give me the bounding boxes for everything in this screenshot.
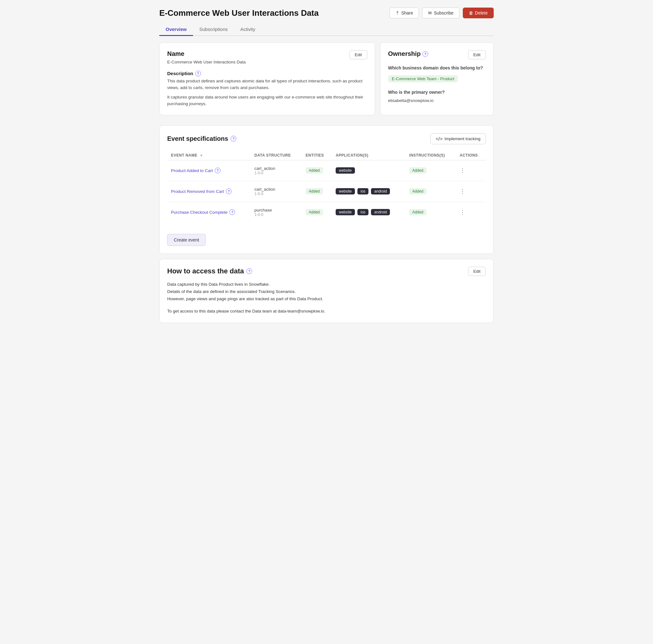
app-badge-ios: ios — [357, 209, 368, 215]
app-badge-website: website — [336, 188, 355, 194]
event-spec-help-icon[interactable]: ? — [231, 136, 236, 141]
instructions-cell: Added — [405, 181, 456, 202]
subscribe-button[interactable]: ✉ Subscribe — [422, 7, 459, 18]
event-spec-title: Event specifications ? — [167, 135, 236, 142]
page-title: E-Commerce Web User Interactions Data — [159, 8, 319, 18]
instructions-badge: Added — [409, 188, 427, 194]
tab-activity[interactable]: Activity — [234, 23, 262, 36]
col-actions: ACTIONS — [456, 151, 486, 160]
description-title: Description ? — [167, 71, 367, 76]
share-icon: ⇡ — [395, 10, 400, 16]
table-row: Product Added to Cart ? cart_action 1-0-… — [167, 160, 486, 181]
actions-cell: ⋮ — [456, 181, 486, 202]
actions-cell: ⋮ — [456, 160, 486, 181]
code-icon: </> — [436, 136, 442, 141]
event-link-added[interactable]: Product Added to Cart ? — [171, 168, 247, 173]
header-actions: ⇡ Share ✉ Subscribe 🗑 Delete — [390, 7, 494, 18]
access-title: How to access the data ? — [167, 267, 252, 275]
app-badge-website: website — [336, 167, 355, 174]
entities-badge: Added — [306, 209, 323, 215]
table-row: Purchase Checkout Complete ? purchase 1-… — [167, 202, 486, 223]
entities-cell: Added — [302, 202, 332, 223]
domain-question: Which business domain does this belong t… — [388, 64, 486, 71]
description-help-icon[interactable]: ? — [195, 71, 201, 76]
access-text1: Data captured by this Data Product lives… — [167, 281, 486, 288]
access-help-icon[interactable]: ? — [246, 268, 252, 274]
domain-tag: E-Commerce Web Team - Product — [388, 75, 458, 83]
col-event-name: EVENT NAME ▼ — [167, 151, 251, 160]
event-name-cell: Product Added to Cart ? — [167, 160, 251, 181]
event-help-icon[interactable]: ? — [226, 188, 232, 194]
instructions-cell: Added — [405, 202, 456, 223]
struct-cell: purchase 1-0-0 — [251, 202, 302, 223]
app-badge-android: android — [371, 188, 390, 194]
apps-cell: website — [332, 160, 405, 181]
owner-question: Who is the primary owner? — [388, 89, 486, 96]
page-header: E-Commerce Web User Interactions Data ⇡ … — [159, 7, 494, 18]
instructions-badge: Added — [409, 209, 427, 215]
ownership-help-icon[interactable]: ? — [422, 51, 428, 57]
apps-cell: website ios android — [332, 202, 405, 223]
actions-cell: ⋮ — [456, 202, 486, 223]
ownership-header-row: Ownership ? Edit — [388, 50, 486, 59]
instructions-cell: Added — [405, 160, 456, 181]
struct-version: 1-0-0 — [255, 212, 298, 217]
entities-badge: Added — [306, 167, 323, 174]
struct-name: cart_action — [255, 166, 298, 171]
row-actions-button[interactable]: ⋮ — [460, 209, 466, 215]
description-text2: It captures granular data around how use… — [167, 94, 367, 107]
event-name-cell: Product Removed from Cart ? — [167, 181, 251, 202]
name-description-card: Name E-Commerce Web User Interactions Da… — [159, 42, 375, 115]
event-help-icon[interactable]: ? — [215, 168, 220, 173]
apps-cell: website ios android — [332, 181, 405, 202]
access-text3: However, page views and page pings are a… — [167, 296, 486, 303]
event-link-purchase[interactable]: Purchase Checkout Complete ? — [171, 209, 247, 215]
struct-version: 1-0-0 — [255, 171, 298, 175]
tab-subscriptions[interactable]: Subscriptions — [193, 23, 234, 36]
event-spec-header: Event specifications ? </> Implement tra… — [167, 133, 486, 144]
ownership-title: Ownership ? — [388, 50, 428, 58]
name-header-row: Name E-Commerce Web User Interactions Da… — [167, 50, 367, 66]
mail-icon: ✉ — [428, 10, 432, 16]
struct-name: cart_action — [255, 187, 298, 192]
struct-name: purchase — [255, 208, 298, 212]
event-help-icon[interactable]: ? — [229, 209, 235, 215]
entities-cell: Added — [302, 160, 332, 181]
event-table: EVENT NAME ▼ DATA STRUCTURE ENTITIES APP… — [167, 151, 486, 223]
trash-icon: 🗑 — [469, 10, 473, 16]
ownership-edit-button[interactable]: Edit — [468, 50, 486, 59]
col-instructions: INSTRUCTIONS(S) — [405, 151, 456, 160]
owner-value: elisabetta@snowplow.io — [388, 97, 486, 104]
row-actions-button[interactable]: ⋮ — [460, 188, 466, 194]
tabs-bar: Overview Subscriptions Activity — [159, 23, 494, 36]
access-header: How to access the data ? Edit — [167, 267, 486, 276]
struct-cell: cart_action 1-0-0 — [251, 160, 302, 181]
table-row: Product Removed from Cart ? cart_action … — [167, 181, 486, 202]
description-text1: This data product defines and captures a… — [167, 78, 367, 91]
name-title: Name — [167, 50, 246, 58]
access-text4: To get access to this data please contac… — [167, 308, 486, 315]
ownership-card: Ownership ? Edit Which business domain d… — [380, 42, 494, 115]
delete-button[interactable]: 🗑 Delete — [463, 7, 494, 18]
access-text2: Details of the data are defined in the a… — [167, 288, 486, 296]
instructions-badge: Added — [409, 167, 427, 174]
access-edit-button[interactable]: Edit — [468, 267, 486, 276]
share-button[interactable]: ⇡ Share — [390, 7, 419, 18]
col-applications: APPLICATION(S) — [332, 151, 405, 160]
implement-tracking-button[interactable]: </> Implement tracking — [430, 133, 486, 144]
create-event-button[interactable]: Create event — [167, 234, 206, 246]
event-name-cell: Purchase Checkout Complete ? — [167, 202, 251, 223]
name-value: E-Commerce Web User Interactions Data — [167, 59, 246, 66]
row-actions-button[interactable]: ⋮ — [460, 167, 466, 174]
event-link-removed[interactable]: Product Removed from Cart ? — [171, 188, 247, 194]
entities-badge: Added — [306, 188, 323, 194]
sort-icon[interactable]: ▼ — [200, 154, 203, 157]
struct-version: 1-0-0 — [255, 192, 298, 196]
col-entities: ENTITIES — [302, 151, 332, 160]
access-card: How to access the data ? Edit Data captu… — [159, 259, 494, 323]
name-edit-button[interactable]: Edit — [349, 50, 367, 59]
tab-overview[interactable]: Overview — [159, 23, 193, 36]
col-data-structure: DATA STRUCTURE — [251, 151, 302, 160]
event-specs-card: Event specifications ? </> Implement tra… — [159, 125, 494, 254]
app-badge-website: website — [336, 209, 355, 215]
